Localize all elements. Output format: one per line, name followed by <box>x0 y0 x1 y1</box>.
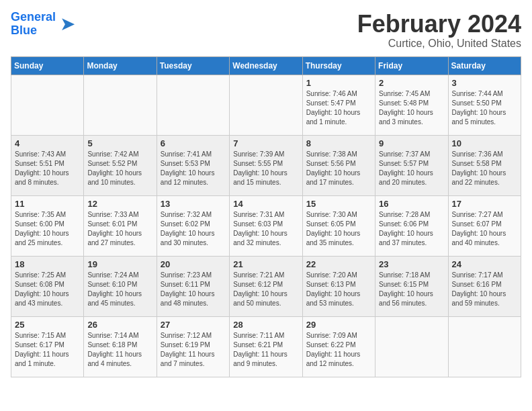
day-detail: Sunrise: 7:24 AM Sunset: 6:10 PM Dayligh… <box>87 271 152 308</box>
day-detail: Sunrise: 7:44 AM Sunset: 5:50 PM Dayligh… <box>452 89 517 127</box>
day-detail: Sunrise: 7:33 AM Sunset: 6:01 PM Dayligh… <box>87 210 152 248</box>
day-number: 9 <box>379 138 444 148</box>
day-number: 21 <box>233 259 298 269</box>
day-detail: Sunrise: 7:38 AM Sunset: 5:56 PM Dayligh… <box>306 150 371 187</box>
calendar-cell: 7Sunrise: 7:39 AM Sunset: 5:55 PM Daylig… <box>230 135 302 195</box>
day-detail: Sunrise: 7:28 AM Sunset: 6:06 PM Dayligh… <box>379 210 444 248</box>
calendar-cell: 21Sunrise: 7:21 AM Sunset: 6:12 PM Dayli… <box>230 256 302 316</box>
day-detail: Sunrise: 7:12 AM Sunset: 6:19 PM Dayligh… <box>161 331 226 369</box>
day-detail: Sunrise: 7:25 AM Sunset: 6:08 PM Dayligh… <box>15 271 80 308</box>
calendar-cell: 14Sunrise: 7:31 AM Sunset: 6:03 PM Dayli… <box>230 195 302 256</box>
day-number: 12 <box>87 199 152 209</box>
day-detail: Sunrise: 7:41 AM Sunset: 5:53 PM Dayligh… <box>161 150 226 187</box>
calendar-cell: 12Sunrise: 7:33 AM Sunset: 6:01 PM Dayli… <box>84 195 157 256</box>
day-number: 25 <box>15 320 80 330</box>
calendar-cell <box>375 316 448 377</box>
day-detail: Sunrise: 7:42 AM Sunset: 5:52 PM Dayligh… <box>87 150 152 187</box>
calendar-cell: 24Sunrise: 7:17 AM Sunset: 6:16 PM Dayli… <box>448 256 521 316</box>
day-number: 15 <box>306 199 371 209</box>
calendar-cell: 29Sunrise: 7:09 AM Sunset: 6:22 PM Dayli… <box>302 316 375 377</box>
day-number: 23 <box>379 259 444 269</box>
day-number: 5 <box>87 138 152 148</box>
calendar-cell: 16Sunrise: 7:28 AM Sunset: 6:06 PM Dayli… <box>375 195 448 256</box>
day-number: 7 <box>233 138 298 148</box>
calendar-cell <box>230 75 302 135</box>
calendar-cell: 19Sunrise: 7:24 AM Sunset: 6:10 PM Dayli… <box>84 256 157 316</box>
col-header-sunday: Sunday <box>11 56 84 75</box>
day-number: 18 <box>15 259 80 269</box>
day-detail: Sunrise: 7:32 AM Sunset: 6:02 PM Dayligh… <box>161 210 226 248</box>
day-detail: Sunrise: 7:27 AM Sunset: 6:07 PM Dayligh… <box>452 210 517 248</box>
day-detail: Sunrise: 7:21 AM Sunset: 6:12 PM Dayligh… <box>233 271 298 308</box>
calendar-table: SundayMondayTuesdayWednesdayThursdayFrid… <box>11 56 521 377</box>
calendar-cell: 22Sunrise: 7:20 AM Sunset: 6:13 PM Dayli… <box>302 256 375 316</box>
day-detail: Sunrise: 7:11 AM Sunset: 6:21 PM Dayligh… <box>233 331 298 369</box>
day-number: 26 <box>87 320 152 330</box>
page-header: General Blue ➤ February 2024 Curtice, Oh… <box>11 11 521 50</box>
day-number: 28 <box>233 320 298 330</box>
day-number: 10 <box>452 138 517 148</box>
calendar-cell <box>448 316 521 377</box>
day-detail: Sunrise: 7:17 AM Sunset: 6:16 PM Dayligh… <box>452 271 517 308</box>
calendar-cell: 13Sunrise: 7:32 AM Sunset: 6:02 PM Dayli… <box>157 195 229 256</box>
calendar-cell: 5Sunrise: 7:42 AM Sunset: 5:52 PM Daylig… <box>84 135 157 195</box>
day-detail: Sunrise: 7:36 AM Sunset: 5:58 PM Dayligh… <box>452 150 517 187</box>
day-detail: Sunrise: 7:37 AM Sunset: 5:57 PM Dayligh… <box>379 150 444 187</box>
day-number: 2 <box>379 78 444 88</box>
day-number: 1 <box>306 78 371 88</box>
logo-text: General Blue <box>11 11 56 38</box>
calendar-cell: 1Sunrise: 7:46 AM Sunset: 5:47 PM Daylig… <box>302 75 375 135</box>
day-number: 3 <box>452 78 517 88</box>
calendar-cell: 25Sunrise: 7:15 AM Sunset: 6:17 PM Dayli… <box>11 316 84 377</box>
col-header-tuesday: Tuesday <box>157 56 229 75</box>
calendar-cell <box>157 75 229 135</box>
calendar-cell: 4Sunrise: 7:43 AM Sunset: 5:51 PM Daylig… <box>11 135 84 195</box>
day-number: 29 <box>306 320 371 330</box>
day-number: 6 <box>161 138 226 148</box>
day-number: 19 <box>87 259 152 269</box>
calendar-cell: 8Sunrise: 7:38 AM Sunset: 5:56 PM Daylig… <box>302 135 375 195</box>
col-header-thursday: Thursday <box>302 56 375 75</box>
day-number: 11 <box>15 199 80 209</box>
calendar-cell: 9Sunrise: 7:37 AM Sunset: 5:57 PM Daylig… <box>375 135 448 195</box>
calendar-cell: 20Sunrise: 7:23 AM Sunset: 6:11 PM Dayli… <box>157 256 229 316</box>
month-title: February 2024 <box>357 11 521 38</box>
calendar-cell: 2Sunrise: 7:45 AM Sunset: 5:48 PM Daylig… <box>375 75 448 135</box>
col-header-wednesday: Wednesday <box>230 56 302 75</box>
day-detail: Sunrise: 7:31 AM Sunset: 6:03 PM Dayligh… <box>233 210 298 248</box>
day-number: 17 <box>452 199 517 209</box>
location: Curtice, Ohio, United States <box>357 38 521 50</box>
day-number: 24 <box>452 259 517 269</box>
calendar-cell <box>11 75 84 135</box>
day-detail: Sunrise: 7:09 AM Sunset: 6:22 PM Dayligh… <box>306 331 371 369</box>
calendar-cell: 15Sunrise: 7:30 AM Sunset: 6:05 PM Dayli… <box>302 195 375 256</box>
calendar-cell: 23Sunrise: 7:18 AM Sunset: 6:15 PM Dayli… <box>375 256 448 316</box>
day-detail: Sunrise: 7:46 AM Sunset: 5:47 PM Dayligh… <box>306 89 371 127</box>
calendar-cell: 27Sunrise: 7:12 AM Sunset: 6:19 PM Dayli… <box>157 316 229 377</box>
day-number: 14 <box>233 199 298 209</box>
day-detail: Sunrise: 7:14 AM Sunset: 6:18 PM Dayligh… <box>87 331 152 369</box>
day-number: 27 <box>161 320 226 330</box>
col-header-friday: Friday <box>375 56 448 75</box>
day-detail: Sunrise: 7:39 AM Sunset: 5:55 PM Dayligh… <box>233 150 298 187</box>
day-number: 20 <box>161 259 226 269</box>
calendar-cell: 17Sunrise: 7:27 AM Sunset: 6:07 PM Dayli… <box>448 195 521 256</box>
day-detail: Sunrise: 7:15 AM Sunset: 6:17 PM Dayligh… <box>15 331 80 369</box>
day-detail: Sunrise: 7:18 AM Sunset: 6:15 PM Dayligh… <box>379 271 444 308</box>
day-number: 4 <box>15 138 80 148</box>
calendar-cell <box>84 75 157 135</box>
day-detail: Sunrise: 7:23 AM Sunset: 6:11 PM Dayligh… <box>161 271 226 308</box>
day-detail: Sunrise: 7:20 AM Sunset: 6:13 PM Dayligh… <box>306 271 371 308</box>
day-number: 22 <box>306 259 371 269</box>
day-number: 13 <box>161 199 226 209</box>
col-header-saturday: Saturday <box>448 56 521 75</box>
day-number: 16 <box>379 199 444 209</box>
calendar-cell: 10Sunrise: 7:36 AM Sunset: 5:58 PM Dayli… <box>448 135 521 195</box>
calendar-cell: 6Sunrise: 7:41 AM Sunset: 5:53 PM Daylig… <box>157 135 229 195</box>
calendar-cell: 11Sunrise: 7:35 AM Sunset: 6:00 PM Dayli… <box>11 195 84 256</box>
day-detail: Sunrise: 7:35 AM Sunset: 6:00 PM Dayligh… <box>15 210 80 248</box>
day-detail: Sunrise: 7:43 AM Sunset: 5:51 PM Dayligh… <box>15 150 80 187</box>
day-detail: Sunrise: 7:45 AM Sunset: 5:48 PM Dayligh… <box>379 89 444 127</box>
col-header-monday: Monday <box>84 56 157 75</box>
logo: General Blue ➤ <box>11 11 75 38</box>
